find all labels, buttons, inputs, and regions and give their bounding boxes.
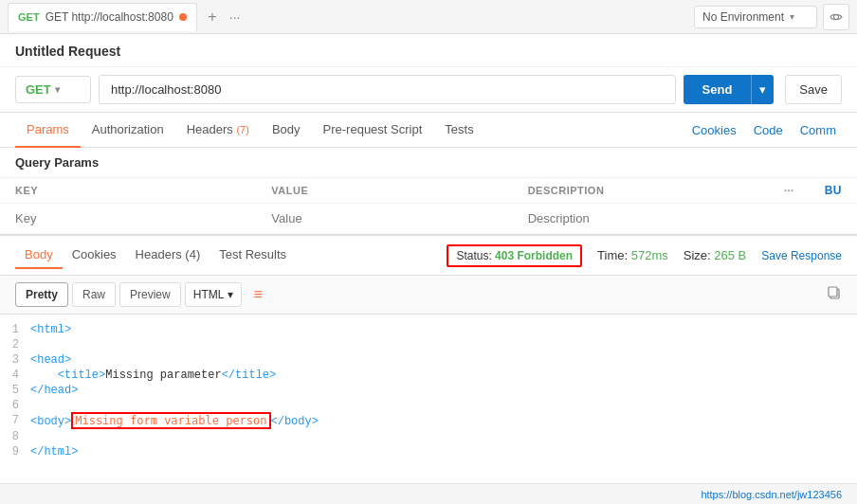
- raw-view-button[interactable]: Raw: [72, 282, 116, 307]
- tab-method-label: GET: [18, 11, 40, 23]
- url-bar: GET ▾ Send ▾ Save: [0, 67, 857, 113]
- code-line-8: 8: [0, 429, 857, 444]
- line-number: 2: [0, 338, 30, 351]
- language-label: HTML: [193, 288, 225, 301]
- env-selector-area: No Environment ▾: [694, 4, 849, 30]
- code-toolbar: Pretty Raw Preview HTML ▾ ≡: [0, 276, 857, 315]
- line-number: 8: [0, 430, 30, 443]
- preview-view-button[interactable]: Preview: [119, 282, 181, 307]
- query-params-label: Query Params: [0, 148, 857, 178]
- code-line-7: 7 <body>Missing form variable person</bo…: [0, 413, 857, 429]
- headers-badge: (7): [236, 124, 248, 135]
- body-close-tag: </body>: [271, 415, 319, 428]
- line-number: 6: [0, 399, 30, 412]
- line-number: 1: [0, 323, 30, 336]
- html-open-tag: <html>: [30, 323, 71, 336]
- tab-url-label: GET http://localhost:8080: [46, 10, 173, 24]
- more-tabs-button[interactable]: ···: [229, 9, 241, 25]
- key-input[interactable]: [15, 211, 241, 225]
- more-column-header: ···: [769, 178, 810, 204]
- code-line-3: 3 <head>: [0, 352, 857, 368]
- save-button[interactable]: Save: [785, 75, 842, 104]
- request-tab[interactable]: GET GET http://localhost:8080: [8, 3, 197, 31]
- title-open-tag: <title>: [58, 369, 105, 382]
- resp-tab-test-results[interactable]: Test Results: [210, 242, 296, 269]
- environment-dropdown[interactable]: No Environment ▾: [694, 6, 817, 28]
- tab-pre-request-script[interactable]: Pre-request Script: [312, 113, 434, 148]
- save-response-button[interactable]: Save Response: [761, 249, 842, 262]
- time-label: Time: 572ms: [597, 248, 668, 262]
- chevron-down-icon: ▾: [228, 288, 233, 301]
- request-tabs: Params Authorization Headers (7) Body Pr…: [0, 113, 857, 148]
- line-number: 5: [0, 384, 30, 397]
- language-dropdown[interactable]: HTML ▾: [185, 282, 243, 307]
- cookies-link[interactable]: Cookies: [686, 114, 742, 147]
- send-arrow-button[interactable]: ▾: [751, 75, 774, 104]
- resp-tab-cookies[interactable]: Cookies: [63, 242, 126, 269]
- new-tab-button[interactable]: +: [199, 4, 226, 30]
- tab-authorization[interactable]: Authorization: [81, 113, 175, 148]
- code-line-4: 4 <title>Missing parameter</title>: [0, 368, 857, 383]
- status-box: Status: 403 Forbidden: [447, 244, 582, 267]
- wrap-button[interactable]: ≡: [246, 281, 269, 308]
- environment-label: No Environment: [702, 10, 784, 24]
- line-number: 4: [0, 369, 30, 382]
- method-value: GET: [26, 82, 51, 97]
- head-close-tag: </head>: [30, 384, 78, 397]
- code-line-1: 1 <html>: [0, 322, 857, 337]
- html-close-tag: </html>: [30, 445, 78, 459]
- chevron-down-icon: ▾: [790, 11, 794, 22]
- code-line-6: 6: [0, 398, 857, 413]
- body-text-highlight: Missing form variable person: [71, 412, 270, 429]
- value-column-header: VALUE: [256, 178, 512, 204]
- method-dropdown[interactable]: GET ▾: [15, 76, 91, 103]
- code-area: 1 <html> 2 3 <head> 4 <title>Missing par…: [0, 315, 857, 466]
- svg-point-0: [834, 14, 839, 19]
- line-number: 7: [0, 414, 30, 427]
- resp-tab-headers[interactable]: Headers (4): [126, 242, 210, 269]
- code-line-9: 9 </html>: [0, 444, 857, 459]
- svg-rect-2: [829, 287, 837, 297]
- url-input[interactable]: [99, 75, 676, 104]
- copy-icon: [827, 285, 842, 300]
- top-tab-bar: GET GET http://localhost:8080 + ··· No E…: [0, 0, 857, 34]
- code-line-2: 2: [0, 337, 857, 352]
- tab-params[interactable]: Params: [15, 113, 81, 148]
- comments-link[interactable]: Comm: [794, 114, 842, 147]
- resp-tab-body[interactable]: Body: [15, 242, 63, 269]
- description-column-header: DESCRIPTION: [513, 178, 769, 204]
- tab-tests[interactable]: Tests: [433, 113, 484, 148]
- line-number: 3: [0, 353, 30, 367]
- status-value: 403 Forbidden: [495, 249, 573, 262]
- key-column-header: KEY: [0, 178, 256, 204]
- status-label: Status:: [456, 249, 491, 262]
- params-table: KEY VALUE DESCRIPTION ··· Bu: [0, 178, 857, 234]
- time-value: 572ms: [631, 248, 668, 262]
- pretty-view-button[interactable]: Pretty: [15, 282, 68, 307]
- title-text: Missing parameter: [105, 369, 221, 382]
- response-status-area: Status: 403 Forbidden Time: 572ms Size: …: [447, 244, 842, 267]
- request-title: Untitled Request: [0, 34, 857, 67]
- eye-icon: [830, 10, 843, 24]
- value-input[interactable]: [271, 211, 497, 225]
- right-tabs: Cookies Code Comm: [686, 114, 842, 147]
- send-button[interactable]: Send: [684, 75, 752, 104]
- body-open-tag: <body>: [30, 415, 71, 428]
- eye-icon-button[interactable]: [823, 4, 849, 30]
- copy-button[interactable]: [827, 285, 842, 304]
- description-input[interactable]: [528, 211, 754, 225]
- table-row: [0, 204, 857, 234]
- line-number: 9: [0, 445, 30, 459]
- size-label: Size: 265 B: [684, 248, 747, 262]
- tab-modified-dot: [179, 13, 187, 21]
- code-line-5: 5 </head>: [0, 383, 857, 398]
- tab-body[interactable]: Body: [261, 113, 312, 148]
- head-open-tag: <head>: [30, 353, 71, 367]
- tab-headers[interactable]: Headers (7): [175, 113, 261, 148]
- title-close-tag: </title>: [222, 369, 277, 382]
- size-value: 265 B: [714, 248, 746, 262]
- bulk-edit-button[interactable]: Bu: [810, 178, 857, 204]
- response-tabs-row: Body Cookies Headers (4) Test Results St…: [0, 234, 857, 276]
- chevron-down-icon: ▾: [55, 84, 60, 95]
- code-link[interactable]: Code: [748, 114, 789, 147]
